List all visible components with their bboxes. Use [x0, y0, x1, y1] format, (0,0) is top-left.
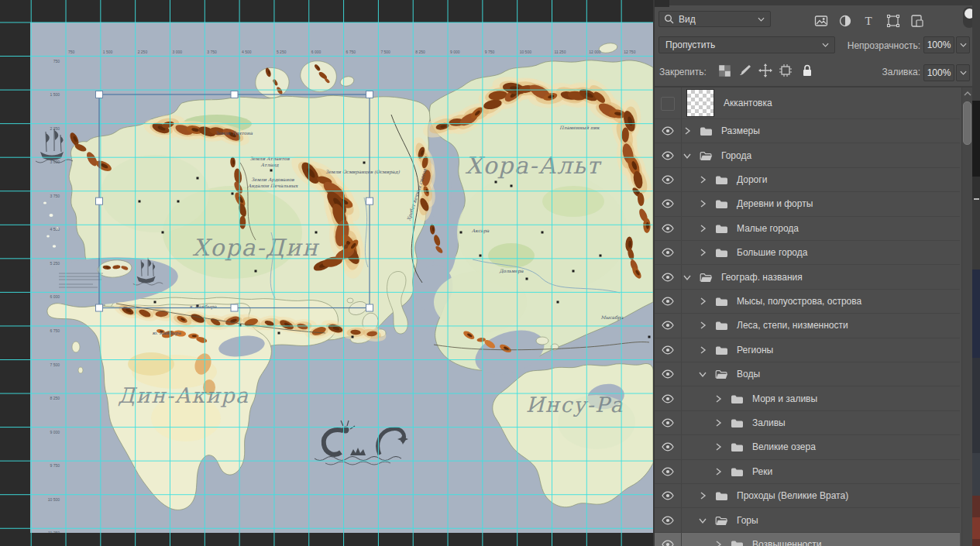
lock-artboard-icon[interactable] [779, 64, 793, 77]
lock-position-icon[interactable] [758, 64, 772, 77]
expand-chevron-icon[interactable] [698, 491, 707, 500]
layer-row-4[interactable]: Деревни и форты [655, 192, 960, 216]
visibility-toggle[interactable] [655, 460, 682, 483]
expand-chevron-icon[interactable] [698, 224, 707, 233]
visibility-toggle[interactable] [655, 192, 682, 215]
layer-row-14[interactable]: Великие озера [655, 435, 960, 459]
map-canvas[interactable]: Хора-Дин [0, 0, 653, 546]
layer-row-17[interactable]: Горы [655, 508, 960, 532]
collapse-chevron-icon[interactable] [698, 369, 707, 379]
layer-row-7[interactable]: Географ. названия [655, 265, 960, 289]
layer-name[interactable]: Воды [737, 369, 760, 379]
lock-all-icon[interactable] [800, 64, 814, 77]
expand-chevron-icon[interactable] [714, 418, 723, 428]
expand-chevron-icon[interactable] [683, 126, 692, 136]
expand-chevron-icon[interactable] [714, 467, 723, 476]
visibility-toggle[interactable] [655, 484, 682, 507]
collapse-chevron-icon[interactable] [683, 151, 692, 160]
expand-chevron-icon[interactable] [698, 321, 707, 330]
transform-handle[interactable] [366, 304, 373, 311]
smart-object-filter-icon[interactable] [910, 13, 925, 29]
lock-paint-icon[interactable] [738, 64, 752, 77]
visibility-toggle[interactable] [655, 119, 682, 143]
layer-row-15[interactable]: Реки [655, 460, 960, 484]
layer-name[interactable]: Дороги [737, 174, 767, 185]
expand-chevron-icon[interactable] [714, 442, 723, 452]
visibility-toggle[interactable] [655, 217, 682, 240]
blend-mode-select[interactable]: Пропустить [658, 36, 835, 53]
layer-name[interactable]: Деревни и форты [737, 198, 813, 209]
layer-row-5[interactable]: Малые города [655, 217, 960, 241]
layer-row-3[interactable]: Дороги [655, 168, 960, 192]
visibility-toggle[interactable] [655, 168, 682, 191]
layer-row-18[interactable]: Возвышенности [655, 533, 960, 546]
adjustment-filter-icon[interactable] [837, 13, 853, 29]
visibility-toggle[interactable] [655, 314, 682, 337]
scrollbar-thumb[interactable] [963, 101, 971, 145]
visibility-toggle[interactable] [655, 508, 682, 531]
visibility-toggle[interactable] [655, 143, 682, 167]
layer-row-11[interactable]: Воды [655, 362, 960, 386]
layer-name[interactable]: Аккантовка [724, 98, 772, 108]
expand-chevron-icon[interactable] [698, 175, 707, 184]
scroll-up-icon[interactable] [964, 91, 971, 97]
layer-name[interactable]: Регионы [737, 345, 773, 355]
collapse-chevron-icon[interactable] [698, 516, 707, 525]
lock-transparency-icon[interactable] [718, 64, 731, 77]
visibility-toggle[interactable] [655, 533, 682, 546]
fill-value[interactable]: 100% [923, 64, 954, 81]
expand-chevron-icon[interactable] [714, 394, 723, 403]
expand-chevron-icon[interactable] [698, 297, 707, 306]
layer-row-16[interactable]: Проходы (Великие Врата) [655, 484, 960, 508]
transform-handle[interactable] [96, 91, 103, 98]
layer-row-10[interactable]: Регионы [655, 338, 960, 362]
layer-name[interactable]: Мысы, полуострова, острова [737, 296, 861, 307]
layer-name[interactable]: Размеры [721, 125, 760, 136]
layer-name[interactable]: Проходы (Великие Врата) [737, 490, 848, 501]
layer-row-2[interactable]: Города [655, 143, 960, 167]
visibility-toggle[interactable] [655, 435, 682, 458]
visibility-toggle[interactable] [655, 338, 682, 362]
layer-name[interactable]: Города [721, 150, 751, 161]
layer-name[interactable]: Моря и заливы [752, 393, 817, 404]
layer-name[interactable]: Географ. названия [721, 272, 803, 283]
opacity-value[interactable]: 100% [923, 36, 954, 53]
expand-chevron-icon[interactable] [698, 345, 707, 355]
layer-row-0[interactable]: Аккантовка [655, 88, 960, 119]
transform-handle[interactable] [366, 91, 373, 98]
visibility-toggle[interactable] [655, 265, 682, 288]
layer-row-9[interactable]: Леса, степи, низменности [655, 314, 960, 338]
visibility-toggle[interactable] [655, 386, 682, 410]
layer-row-6[interactable]: Большие города [655, 241, 960, 265]
layer-name[interactable]: Малые города [737, 223, 799, 234]
layer-name[interactable]: Возвышенности [752, 539, 821, 546]
expand-chevron-icon[interactable] [714, 540, 723, 546]
layer-name[interactable]: Великие озера [752, 441, 816, 452]
type-filter-icon[interactable]: T [861, 13, 876, 29]
transform-handle[interactable] [231, 304, 238, 311]
layer-name[interactable]: Заливы [752, 417, 786, 428]
transform-handle[interactable] [366, 197, 373, 204]
visibility-toggle[interactable] [655, 241, 682, 264]
scrollbar[interactable] [961, 88, 972, 546]
collapse-chevron-icon[interactable] [683, 273, 692, 282]
layer-row-13[interactable]: Заливы [655, 411, 960, 435]
layer-name[interactable]: Леса, степи, низменности [737, 320, 848, 331]
layer-name[interactable]: Горы [737, 515, 758, 526]
layer-thumbnail[interactable] [686, 89, 714, 117]
shape-filter-icon[interactable] [885, 13, 901, 29]
expand-chevron-icon[interactable] [698, 199, 707, 208]
layer-row-1[interactable]: Размеры [655, 119, 960, 143]
layer-row-12[interactable]: Моря и заливы [655, 386, 960, 410]
fill-dropdown[interactable] [956, 64, 970, 81]
layer-name[interactable]: Реки [752, 466, 772, 477]
transform-handle[interactable] [96, 304, 103, 311]
layer-row-8[interactable]: Мысы, полуострова, острова [655, 290, 960, 314]
visibility-toggle[interactable] [655, 290, 682, 313]
layer-name[interactable]: Большие города [737, 247, 807, 258]
layer-filter-search[interactable]: Вид [658, 11, 771, 27]
visibility-toggle[interactable] [655, 88, 682, 118]
transform-handle[interactable] [231, 91, 238, 98]
visibility-toggle[interactable] [655, 362, 682, 386]
expand-chevron-icon[interactable] [698, 248, 707, 257]
